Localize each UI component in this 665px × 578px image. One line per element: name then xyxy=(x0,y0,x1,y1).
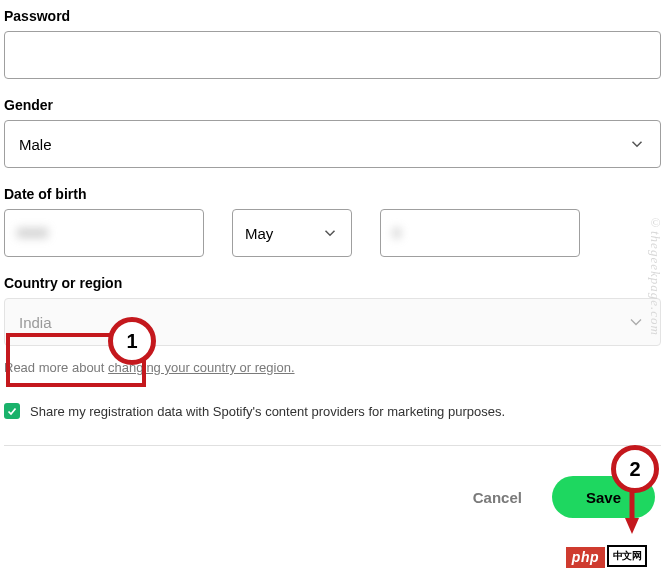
gender-select[interactable]: Male xyxy=(4,120,661,168)
cancel-button[interactable]: Cancel xyxy=(457,477,538,518)
php-watermark: php xyxy=(566,547,605,568)
annotation-step-1: 1 xyxy=(108,317,156,365)
chevron-down-icon xyxy=(321,224,339,242)
marketing-label: Share my registration data with Spotify'… xyxy=(30,404,505,419)
chevron-down-icon xyxy=(628,135,646,153)
dob-year-value: 0000 xyxy=(17,225,48,241)
country-select[interactable]: India xyxy=(4,298,661,346)
svg-marker-1 xyxy=(625,518,639,534)
country-label: Country or region xyxy=(4,275,661,291)
password-input[interactable] xyxy=(4,31,661,79)
password-label: Password xyxy=(4,8,661,24)
marketing-checkbox[interactable] xyxy=(4,403,20,419)
annotation-step-2: 2 xyxy=(611,445,659,493)
divider xyxy=(4,445,661,446)
country-readmore: Read more about changing your country or… xyxy=(4,360,661,375)
chevron-down-icon xyxy=(626,312,646,332)
gender-value: Male xyxy=(19,136,52,153)
gender-label: Gender xyxy=(4,97,661,113)
dob-month-value: May xyxy=(245,225,273,242)
country-value: India xyxy=(19,314,52,331)
dob-day-value: 0 xyxy=(393,225,401,241)
cn-watermark: 中文网 xyxy=(607,545,648,567)
dob-year-input[interactable]: 0000 xyxy=(4,209,204,257)
dob-day-input[interactable]: 0 xyxy=(380,209,580,257)
dob-month-select[interactable]: May xyxy=(232,209,352,257)
dob-label: Date of birth xyxy=(4,186,661,202)
annotation-arrow xyxy=(625,490,639,538)
